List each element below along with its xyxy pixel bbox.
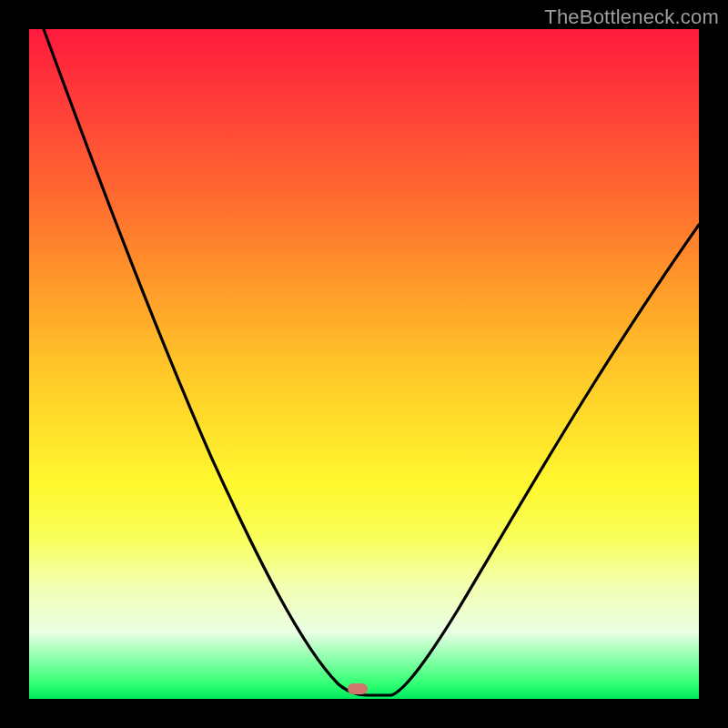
optimum-marker <box>348 683 368 694</box>
watermark-label: TheBottleneck.com <box>544 5 719 29</box>
curve-path <box>44 29 699 695</box>
bottleneck-curve <box>29 29 699 699</box>
chart-frame: TheBottleneck.com <box>0 0 728 728</box>
plot-area <box>29 29 699 699</box>
